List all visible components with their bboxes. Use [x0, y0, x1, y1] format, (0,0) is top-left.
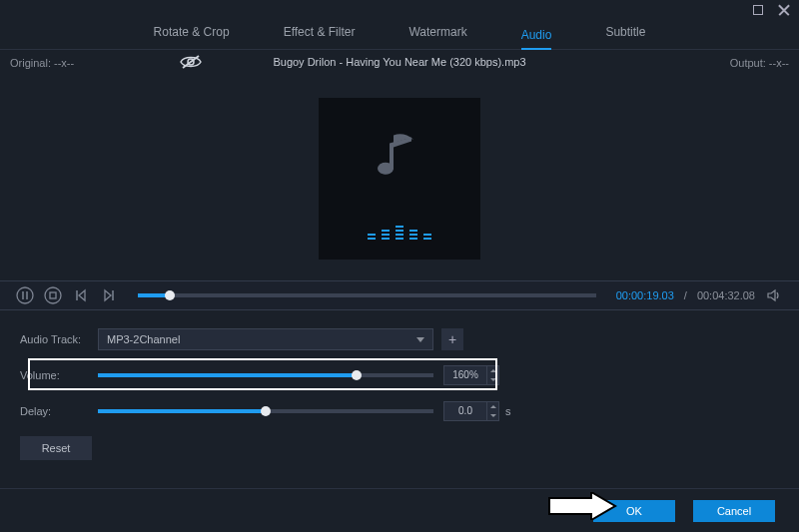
- volume-row: Volume: 160%: [20, 364, 779, 386]
- delay-slider[interactable]: [98, 409, 433, 413]
- delay-row: Delay: 0.0 s: [20, 400, 779, 422]
- close-button[interactable]: [777, 3, 791, 17]
- duration: 00:04:32.08: [697, 289, 755, 301]
- output-size-label: Output: --x--: [730, 57, 789, 69]
- volume-stepper[interactable]: [487, 365, 499, 385]
- volume-value[interactable]: 160%: [443, 365, 487, 385]
- audio-track-label: Audio Track:: [20, 333, 98, 345]
- equalizer-icon: [368, 226, 431, 240]
- duration-sep: /: [684, 289, 687, 301]
- info-bar: Original: --x-- Bugoy Drilon - Having Yo…: [0, 52, 799, 76]
- tab-effect-filter[interactable]: Effect & Filter: [284, 25, 356, 43]
- preview-visibility-icon[interactable]: [180, 54, 202, 73]
- volume-icon[interactable]: [765, 286, 783, 304]
- svg-rect-6: [50, 292, 56, 298]
- stop-button[interactable]: [44, 286, 62, 304]
- delay-label: Delay:: [20, 405, 98, 417]
- audio-track-value: MP3-2Channel: [107, 333, 180, 345]
- add-track-button[interactable]: +: [441, 328, 463, 350]
- preview-thumbnail: [319, 98, 480, 260]
- original-size-label: Original: --x--: [10, 57, 74, 69]
- tab-rotate-crop[interactable]: Rotate & Crop: [154, 25, 230, 43]
- tab-subtitle[interactable]: Subtitle: [605, 25, 645, 43]
- caret-up-icon: [490, 369, 496, 372]
- reset-button[interactable]: Reset: [20, 436, 92, 460]
- audio-controls: Audio Track: MP3-2Channel + Volume: 160%…: [0, 310, 799, 460]
- music-note-icon: [378, 130, 421, 189]
- caret-down-icon: [490, 414, 496, 417]
- playback-progress[interactable]: [138, 293, 596, 297]
- delay-value[interactable]: 0.0: [443, 401, 487, 421]
- tab-watermark[interactable]: Watermark: [408, 25, 466, 43]
- delay-unit: s: [505, 405, 511, 417]
- maximize-button[interactable]: [751, 3, 765, 17]
- audio-track-select[interactable]: MP3-2Channel: [98, 328, 433, 350]
- next-button[interactable]: [100, 286, 118, 304]
- svg-point-5: [45, 287, 61, 303]
- caret-up-icon: [490, 405, 496, 408]
- tab-audio[interactable]: Audio: [521, 28, 552, 50]
- caret-down-icon: [490, 378, 496, 381]
- preview-area: [0, 76, 799, 280]
- delay-stepper[interactable]: [487, 401, 499, 421]
- play-button[interactable]: [16, 286, 34, 304]
- volume-slider[interactable]: [98, 373, 433, 377]
- current-time: 00:00:19.03: [616, 289, 674, 301]
- svg-point-2: [17, 287, 33, 303]
- ok-button[interactable]: OK: [593, 500, 675, 522]
- chevron-down-icon: [416, 337, 424, 342]
- audio-track-row: Audio Track: MP3-2Channel +: [20, 328, 779, 350]
- volume-label: Volume:: [20, 369, 98, 381]
- tabs-bar: Rotate & Crop Effect & Filter Watermark …: [0, 20, 799, 50]
- player-bar: 00:00:19.03/00:04:32.08: [0, 280, 799, 310]
- prev-button[interactable]: [72, 286, 90, 304]
- bottom-bar: OK Cancel: [0, 488, 799, 532]
- filename-label: Bugoy Drilon - Having You Near Me (320 k…: [273, 56, 525, 68]
- cancel-button[interactable]: Cancel: [693, 500, 775, 522]
